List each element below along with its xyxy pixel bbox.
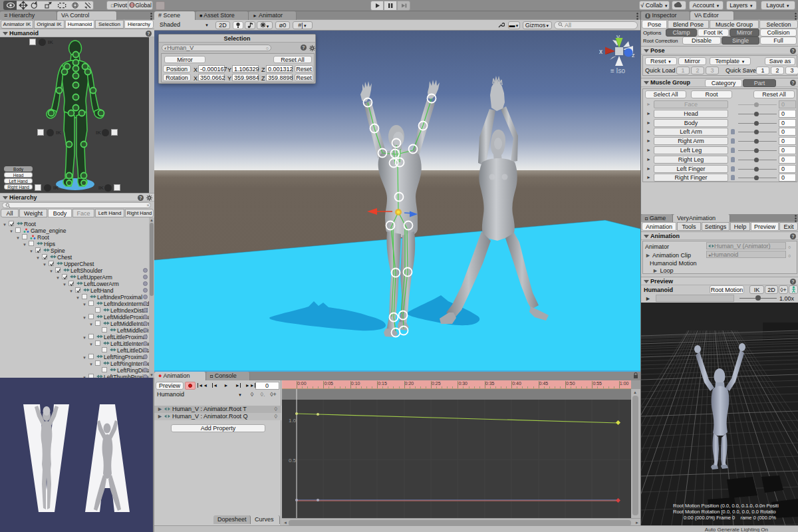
svg-text:≡ Iso: ≡ Iso	[610, 67, 625, 74]
svg-text:x: x	[599, 48, 602, 55]
svg-text:Root Motion Position (0.0, 0.0: Root Motion Position (0.0, 0.0, 0.1.0, 0…	[673, 503, 779, 509]
svg-text:Root Motion Rotation [0.0, 0.0: Root Motion Rotation [0.0, 0.0, 0.0, 0.0…	[673, 509, 776, 515]
svg-text:0.5: 0.5	[289, 458, 297, 464]
svg-text:z: z	[632, 52, 635, 59]
svg-text:1.0: 1.0	[289, 418, 297, 424]
svg-text:0:00 (000.0%) Frame 0 rame: 0:00 (000.0%) Frame 0 rame 0 (000.0%	[684, 515, 776, 521]
